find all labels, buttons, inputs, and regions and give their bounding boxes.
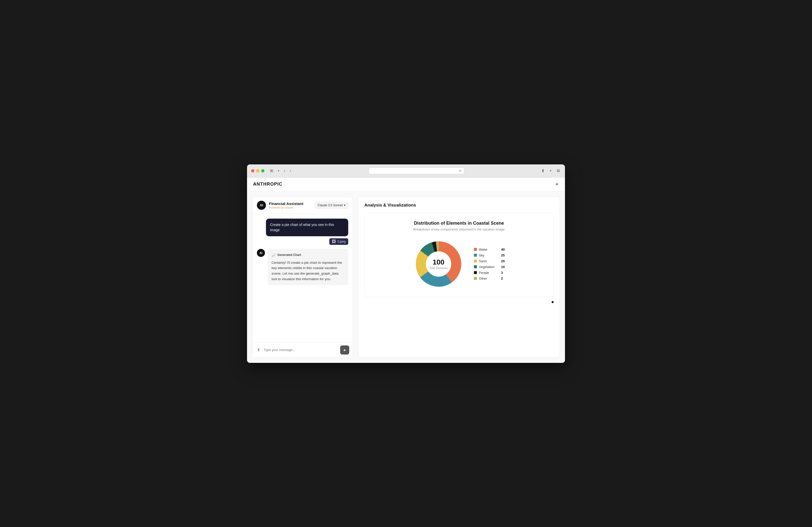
legend-item-name: Other — [479, 276, 499, 281]
close-button[interactable] — [251, 169, 255, 172]
donut-label: Total Elements — [430, 266, 448, 269]
user-message: Create a pie chart of what you see in th… — [266, 219, 348, 236]
minimize-button[interactable] — [256, 169, 259, 172]
assistant-message: 📈 Generated Chart Certainly! I'll create… — [267, 249, 348, 285]
avatar: AI — [257, 201, 266, 210]
assistant-message-text: Certainly! I'll create a pie chart to re… — [272, 260, 344, 282]
user-message-wrapper: Create a pie chart of what you see in th… — [257, 219, 348, 245]
model-selector[interactable]: Claude 3.5 Sonnet ▾ — [315, 202, 348, 209]
chart-description: Breakdown of key components observed in … — [413, 227, 504, 231]
legend-item-value: 20 — [501, 259, 505, 263]
legend-color-swatch — [474, 265, 477, 268]
model-name: Claude 3.5 Sonnet — [318, 204, 343, 207]
legend-item: Sand 20 — [474, 259, 505, 263]
url-input[interactable]: localhost — [368, 167, 464, 174]
chart-legend: Water 40 Sky 25 Sand 20 Vegetation 10 Pe… — [474, 247, 505, 281]
assistant-avatar: AI — [257, 249, 265, 257]
browser-titlebar: ⊞ ▾ ‹ › localhost ↻ ⬆ + ⧉ — [247, 164, 565, 178]
legend-item-value: 2 — [501, 276, 503, 281]
viz-panel: Analysis & Visualizations Distribution o… — [358, 196, 560, 358]
chat-title-area: AI Financial Assistant Powered by Claude — [257, 201, 303, 210]
chat-header: AI Financial Assistant Powered by Claude… — [252, 197, 353, 214]
maximize-button[interactable] — [261, 169, 264, 172]
legend-item-name: Vegetation — [479, 265, 499, 269]
app-header: ANTHROPIC ☀ — [247, 178, 565, 191]
chat-title: Financial Assistant — [269, 201, 303, 206]
app-logo: ANTHROPIC — [253, 182, 282, 187]
donut-total: 100 — [430, 258, 448, 266]
legend-item: Water 40 — [474, 247, 505, 251]
browser-actions: ⬆ + ⧉ — [540, 168, 561, 174]
tabs-button[interactable]: ⧉ — [556, 168, 561, 174]
nav-dot-active[interactable] — [552, 301, 554, 303]
send-button[interactable]: ➤ — [340, 345, 349, 355]
legend-color-swatch — [474, 259, 477, 262]
forward-button[interactable]: › — [288, 168, 292, 174]
chart-heading: Distribution of Elements in Coastal Scen… — [414, 221, 504, 226]
chat-title-text: Financial Assistant Powered by Claude — [269, 201, 303, 209]
chat-input-area: ⬆ ➤ — [252, 342, 353, 358]
legend-color-swatch — [474, 271, 477, 274]
sidebar-toggle-button[interactable]: ⊞ — [269, 168, 275, 174]
legend-item-name: Sky — [479, 253, 499, 257]
main-layout: AI Financial Assistant Powered by Claude… — [247, 191, 565, 363]
legend-item-name: Sand — [479, 259, 499, 263]
viz-panel-title: Analysis & Visualizations — [364, 203, 554, 208]
back-button[interactable]: ‹ — [282, 168, 287, 174]
assistant-message-wrapper: AI 📈 Generated Chart Certainly! I'll cre… — [257, 249, 348, 285]
app-content: ANTHROPIC ☀ AI Financial Assistant Power… — [247, 178, 565, 363]
legend-color-swatch — [474, 254, 477, 257]
chart-area: 100 Total Elements Water 40 Sky 25 Sand … — [413, 239, 505, 289]
share-button[interactable]: ⬆ — [540, 168, 546, 174]
donut-center: 100 Total Elements — [430, 258, 448, 269]
chart-card: Distribution of Elements in Coastal Scen… — [364, 213, 554, 297]
attachment-name: 0.jpeg — [337, 240, 346, 243]
legend-item-value: 25 — [501, 253, 505, 257]
chart-line-icon: 📈 — [272, 252, 276, 258]
generated-chart-badge: 📈 Generated Chart — [272, 252, 344, 258]
chat-messages: Create a pie chart of what you see in th… — [252, 214, 353, 342]
chevron-down-icon[interactable]: ▾ — [276, 169, 281, 173]
legend-item-value: 40 — [501, 247, 505, 251]
generated-chart-label: Generated Chart — [277, 253, 301, 257]
message-input[interactable] — [264, 348, 338, 352]
legend-color-swatch — [474, 277, 477, 280]
nav-controls: ⊞ ▾ ‹ › — [269, 168, 293, 174]
upload-button[interactable]: ⬆ — [256, 346, 261, 353]
theme-toggle-button[interactable]: ☀ — [555, 182, 559, 187]
refresh-icon[interactable]: ↻ — [459, 169, 462, 173]
legend-item-name: Water — [479, 247, 499, 251]
donut-chart: 100 Total Elements — [413, 239, 464, 289]
address-bar: localhost ↻ — [296, 167, 537, 174]
legend-color-swatch — [474, 248, 477, 251]
legend-item: Other 2 — [474, 276, 505, 281]
legend-item: Sky 25 — [474, 253, 505, 257]
legend-item-value: 10 — [501, 265, 505, 269]
browser-window: ⊞ ▾ ‹ › localhost ↻ ⬆ + ⧉ ANTHROPIC ☀ — [247, 164, 565, 363]
legend-item-name: People — [479, 271, 499, 275]
chat-subtitle: Powered by Claude — [269, 206, 303, 209]
legend-item: Vegetation 10 — [474, 265, 505, 269]
chat-panel: AI Financial Assistant Powered by Claude… — [252, 196, 353, 358]
chevron-down-icon: ▾ — [344, 204, 345, 207]
nav-dots-area — [364, 297, 554, 303]
file-attachment: 🖼 0.jpeg — [329, 238, 348, 245]
image-icon: 🖼 — [332, 239, 336, 244]
legend-item-value: 3 — [501, 271, 503, 275]
legend-item: People 3 — [474, 271, 505, 275]
traffic-lights — [251, 169, 264, 172]
new-tab-button[interactable]: + — [548, 168, 553, 174]
